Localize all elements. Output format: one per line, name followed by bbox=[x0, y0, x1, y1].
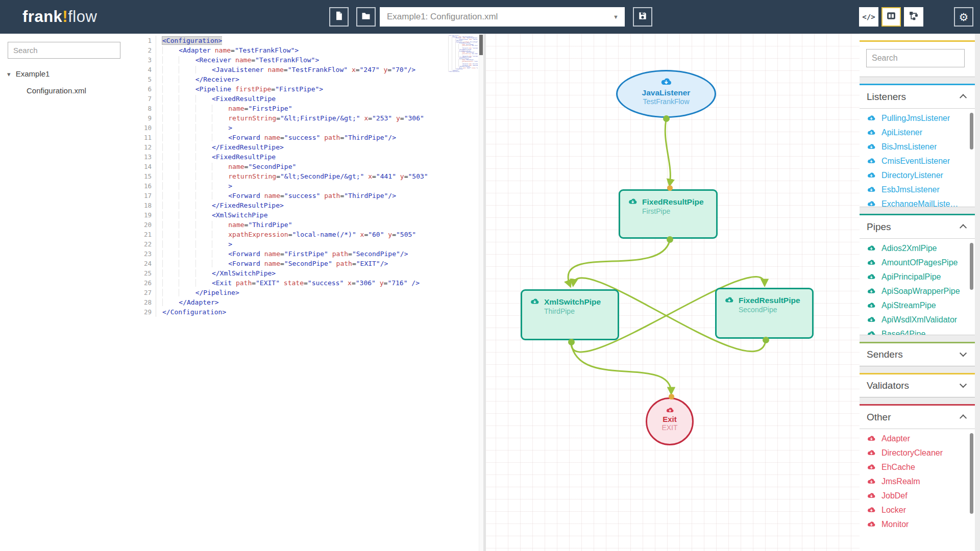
editor-line[interactable]: 8 name="FirstPipe" bbox=[139, 104, 483, 113]
editor-line[interactable]: 17 <Forward name="success" path="ThirdPi… bbox=[139, 191, 483, 201]
cloud-download-icon bbox=[867, 272, 876, 282]
palette-item-bisjmslistener[interactable]: BisJmsListener bbox=[860, 140, 975, 154]
editor-line[interactable]: 1<Configuration> bbox=[139, 36, 483, 45]
palette-item-locker[interactable]: Locker bbox=[860, 503, 975, 517]
palette-item-esbjmslistener[interactable]: EsbJmsListener bbox=[860, 183, 975, 197]
open-folder-button[interactable] bbox=[356, 7, 376, 27]
palette-item-monitor[interactable]: Monitor bbox=[860, 517, 975, 532]
editor-line[interactable]: 22 > bbox=[139, 239, 483, 249]
page-scrollbar[interactable] bbox=[975, 34, 980, 551]
list-scrollbar-thumb[interactable] bbox=[970, 113, 973, 149]
section-header-pipes[interactable]: Pipes bbox=[860, 215, 975, 238]
palette-item-apiprincipalpipe[interactable]: ApiPrincipalPipe bbox=[860, 270, 975, 284]
editor-line[interactable]: 14 name="SecondPipe" bbox=[139, 162, 483, 171]
editor-scrollbar[interactable] bbox=[479, 34, 483, 551]
editor-minimap[interactable]: <Configuration> <Adapter name="TestFrank… bbox=[448, 35, 478, 72]
editor-line[interactable]: 4 <JavaListener name="TestFrankFlow" x="… bbox=[139, 65, 483, 74]
flow-node-secondpipe[interactable]: FixedResultPipe SecondPipe bbox=[715, 288, 814, 339]
flow-view-button[interactable] bbox=[904, 7, 923, 27]
flow-node-thirdpipe[interactable]: XmlSwitchPipe ThirdPipe bbox=[521, 289, 619, 340]
line-number: 18 bbox=[139, 201, 156, 210]
new-file-button[interactable] bbox=[329, 7, 349, 27]
section-title: Senders bbox=[867, 349, 903, 360]
editor-line[interactable]: 26 <Exit path="EXIT" state="success" x="… bbox=[139, 278, 483, 288]
editor-line[interactable]: 3 <Receiver name="TestFrankFlow"> bbox=[139, 55, 483, 65]
editor-line[interactable]: 5 </Receiver> bbox=[139, 74, 483, 84]
palette-item-exchangemaillistener[interactable]: ExchangeMailListener bbox=[860, 197, 975, 207]
palette-item-apistreampipe[interactable]: ApiStreamPipe bbox=[860, 298, 975, 313]
flow-node-firstpipe[interactable]: FixedResultPipe FirstPipe bbox=[619, 189, 718, 239]
palette-search-input[interactable] bbox=[866, 49, 965, 67]
connector-target-dot[interactable] bbox=[667, 185, 673, 191]
flow-node-exit[interactable]: Exit EXIT bbox=[646, 397, 694, 445]
editor-line[interactable]: 15 returnString="&lt;SecondPipe/&gt;" x=… bbox=[139, 171, 483, 181]
split-view-button[interactable] bbox=[881, 7, 901, 27]
editor-line[interactable]: 7 <FixedResultPipe bbox=[139, 94, 483, 104]
palette-item-amountofpagespipe[interactable]: AmountOfPagesPipe bbox=[860, 256, 975, 270]
palette-item-jobdef[interactable]: JobDef bbox=[860, 489, 975, 503]
palette-item-cmiseventlistener[interactable]: CmisEventListener bbox=[860, 154, 975, 168]
editor-line[interactable]: 11 <Forward name="success" path="ThirdPi… bbox=[139, 133, 483, 142]
section-header-listeners[interactable]: Listeners bbox=[860, 85, 975, 108]
editor-line[interactable]: 20 name="ThirdPipe" bbox=[139, 220, 483, 230]
connector-source-dot[interactable] bbox=[663, 115, 670, 122]
editor-line[interactable]: 28 </Adapter> bbox=[139, 297, 483, 307]
line-number: 20 bbox=[139, 220, 156, 230]
palette-item-directorylistener[interactable]: DirectoryListener bbox=[860, 168, 975, 183]
flow-node-javalistener[interactable]: JavaListener TestFrankFlow bbox=[616, 70, 716, 118]
palette-item-jmsrealm[interactable]: JmsRealm bbox=[860, 474, 975, 489]
cloud-download-icon bbox=[867, 330, 876, 335]
save-button[interactable] bbox=[633, 7, 652, 27]
palette-item-adios2xmlpipe[interactable]: Adios2XmlPipe bbox=[860, 241, 975, 256]
connector-source-dot[interactable] bbox=[667, 236, 673, 243]
editor-line[interactable]: 19 <XmlSwitchPipe bbox=[139, 210, 483, 220]
connector-target-dot[interactable] bbox=[669, 394, 674, 399]
editor-line[interactable]: 24 <Forward name="SecondPipe" path="EXIT… bbox=[139, 259, 483, 268]
line-content: <Exit path="EXIT" state="success" x="306… bbox=[156, 278, 420, 288]
editor-line[interactable]: 25 </XmlSwitchPipe> bbox=[139, 268, 483, 278]
palette-item-adapter[interactable]: Adapter bbox=[860, 432, 975, 446]
palette-gap bbox=[860, 366, 975, 373]
sidebar-item-configuration-xml[interactable]: Configuration.xml bbox=[27, 86, 86, 95]
palette-item-apisoapwrapperpipe[interactable]: ApiSoapWrapperPipe bbox=[860, 284, 975, 298]
palette-item-apilistener[interactable]: ApiListener bbox=[860, 126, 975, 140]
editor-line[interactable]: 23 <Forward name="FirstPipe" path="Secon… bbox=[139, 249, 483, 259]
editor-line[interactable]: 18 </FixedResultPipe> bbox=[139, 201, 483, 210]
sidebar-search-input[interactable] bbox=[8, 42, 120, 59]
palette-item-directorycleaner[interactable]: DirectoryCleaner bbox=[860, 446, 975, 460]
flow-canvas[interactable]: JavaListener TestFrankFlow FixedResultPi… bbox=[483, 34, 860, 551]
line-number: 25 bbox=[139, 268, 156, 278]
adapter-file-select[interactable]: Example1: Configuration.xml ▼ bbox=[380, 7, 625, 27]
palette-item-ehcache[interactable]: EhCache bbox=[860, 460, 975, 474]
settings-button[interactable]: ⚙ bbox=[954, 7, 973, 27]
connector-source-dot[interactable] bbox=[763, 337, 769, 343]
list-scrollbar-thumb[interactable] bbox=[970, 433, 973, 514]
editor-line[interactable]: 13 <FixedResultPipe bbox=[139, 152, 483, 162]
editor-line[interactable]: 29</Configuration> bbox=[139, 307, 483, 317]
editor-line[interactable]: 16 > bbox=[139, 181, 483, 191]
editor-scrollbar-thumb[interactable] bbox=[479, 35, 483, 55]
palette-item-apiwsdlxmlvalidator[interactable]: ApiWsdlXmlValidator bbox=[860, 313, 975, 327]
editor-line[interactable]: 27 </Pipeline> bbox=[139, 288, 483, 297]
sidebar-item-example1[interactable]: ▾ Example1 bbox=[7, 69, 50, 78]
code-view-button[interactable]: </> bbox=[859, 7, 878, 27]
editor-canvas-divider[interactable] bbox=[483, 34, 486, 551]
editor-line[interactable]: 2 <Adapter name="TestFrankFlow"> bbox=[139, 45, 483, 55]
palette-item-base64pipe[interactable]: Base64Pipe bbox=[860, 327, 975, 335]
editor-line[interactable]: 9 returnString="&lt;FirstPipe/&gt;" x="2… bbox=[139, 113, 483, 123]
section-header-other[interactable]: Other bbox=[860, 406, 975, 429]
editor-line[interactable]: 12 </FixedResultPipe> bbox=[139, 142, 483, 152]
xml-code-editor[interactable]: 1<Configuration>2 <Adapter name="TestFra… bbox=[139, 34, 483, 551]
palette-item-pullingjmslistener[interactable]: PullingJmsListener bbox=[860, 111, 975, 126]
minimap-code: <Configuration> <Adapter name="TestFrank… bbox=[448, 35, 478, 72]
editor-line[interactable]: 10 > bbox=[139, 123, 483, 133]
palette-item-label: Adios2XmlPipe bbox=[881, 244, 937, 253]
section-header-validators[interactable]: Validators bbox=[860, 374, 975, 397]
editor-line[interactable]: 6 <Pipeline firstPipe="FirstPipe"> bbox=[139, 84, 483, 94]
section-header-senders[interactable]: Senders bbox=[860, 343, 975, 366]
list-scrollbar-thumb[interactable] bbox=[970, 243, 973, 290]
line-content: </FixedResultPipe> bbox=[156, 142, 284, 152]
tree-caret-icon[interactable]: ▾ bbox=[7, 70, 11, 78]
editor-line[interactable]: 21 xpathExpression="local-name(/*)" x="6… bbox=[139, 230, 483, 239]
connector-source-dot[interactable] bbox=[568, 339, 575, 345]
